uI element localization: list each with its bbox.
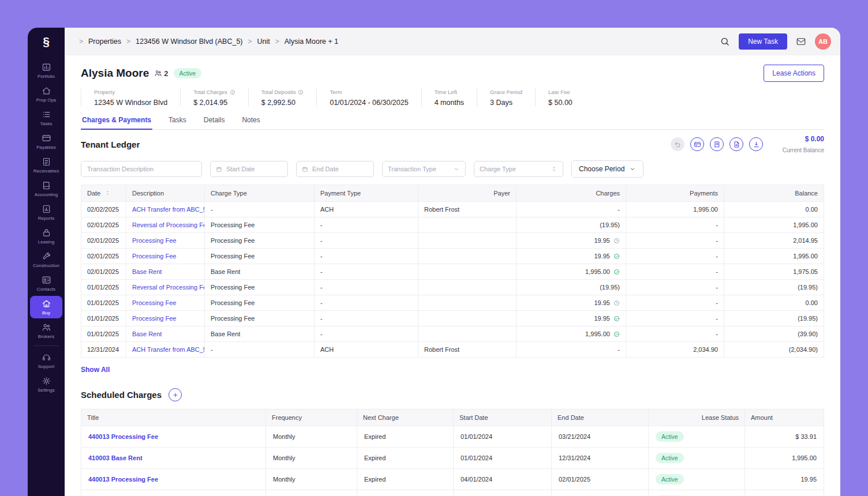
sidebar-item-leasing[interactable]: Leasing <box>30 225 62 247</box>
ledger-column-header: Description <box>126 185 205 202</box>
sidebar-item-label: Reports <box>38 216 55 221</box>
avatar[interactable]: AB <box>815 33 831 50</box>
charge-pending-icon[interactable] <box>613 238 620 244</box>
stat-value: $ 2,014.95 <box>193 99 235 107</box>
scheduled-charge-link[interactable]: 410003 Base Rent <box>88 454 143 461</box>
ledger-payment-type: - <box>315 233 418 249</box>
breadcrumb-item[interactable]: 123456 W Windsor Blvd (ABC_5) <box>136 37 243 46</box>
scheduled-charge-link[interactable]: 440013 Processing Fee <box>88 476 158 483</box>
stat-label: Term <box>330 89 342 95</box>
tab[interactable]: Details <box>203 116 226 130</box>
receipt-button[interactable] <box>710 137 724 151</box>
sidebar-item-tasks[interactable]: Tasks <box>30 107 62 129</box>
sidebar-item-support[interactable]: Support <box>30 350 62 372</box>
info-icon[interactable] <box>230 89 235 95</box>
breadcrumb-separator: > <box>79 37 83 46</box>
sidebar-item-label: Buy <box>42 310 50 315</box>
sort-icon[interactable] <box>104 190 111 196</box>
charge-type-select[interactable]: Charge Type <box>474 161 563 177</box>
lease-stats: Property 12345 W Windsor Blvd Total Char… <box>81 89 824 107</box>
sidebar-item-buy[interactable]: Buy <box>30 296 62 318</box>
occupants-count: 2 <box>164 69 168 78</box>
ledger-charges: - <box>517 202 626 217</box>
scheduled-body: 440013 Processing Fee Monthly Expired 01… <box>81 426 824 496</box>
transaction-link[interactable]: Base Rent <box>132 330 162 337</box>
sidebar-item-brokers[interactable]: Brokers <box>30 320 62 342</box>
transaction-link[interactable]: Processing Fee <box>132 237 176 244</box>
transaction-link[interactable]: Base Rent <box>132 268 162 275</box>
show-all-link[interactable]: Show All <box>81 366 110 374</box>
transaction-link[interactable]: Processing Fee <box>132 299 176 306</box>
accounting-icon <box>42 181 51 190</box>
desktop-background: § Portfolio <box>0 0 868 496</box>
ledger-payments: - <box>626 249 724 264</box>
end-date-field[interactable] <box>296 161 374 177</box>
ledger-balance: (19.95) <box>724 311 824 326</box>
ledger-header-row: Date Description Charge Type <box>81 185 824 202</box>
breadcrumb-item[interactable]: Properties <box>88 37 121 46</box>
start-date-input[interactable] <box>226 166 282 172</box>
transaction-link[interactable]: Reversal of Processing Fee <box>132 221 205 228</box>
scheduled-amount: $ 33.91 <box>745 426 824 448</box>
stat-label: Time Left <box>435 89 457 95</box>
start-date-field[interactable] <box>210 161 288 177</box>
sidebar-item-label: Payables <box>36 145 56 150</box>
charge-success-icon[interactable] <box>613 331 620 337</box>
download-button[interactable] <box>749 137 763 151</box>
sidebar-item-payables[interactable]: Payables <box>30 130 62 153</box>
scheduled-charges-title: Scheduled Charges <box>81 390 162 400</box>
stat-label: Total Charges <box>193 89 227 95</box>
charge-success-icon[interactable] <box>613 315 620 322</box>
transaction-link[interactable]: Processing Fee <box>132 315 176 322</box>
transaction-type-select[interactable]: Transaction Type <box>382 161 466 177</box>
ledger-balance: (19.95) <box>724 280 824 295</box>
ledger-balance: 1,995.00 <box>724 217 824 233</box>
ledger-row: 01/01/2025 Reversal of Processing Fee Pr… <box>81 280 824 295</box>
undo-icon <box>674 141 682 148</box>
scheduled-start-date: 04/01/2024 <box>454 469 552 490</box>
breadcrumb-item[interactable]: Alysia Moore + 1 <box>285 37 338 46</box>
choose-period-button[interactable]: Choose Period <box>571 160 643 178</box>
stat-value: 01/01/2024 - 06/30/2025 <box>330 99 408 107</box>
sidebar-item-prop-ops[interactable]: Prop Ops <box>30 83 62 106</box>
info-icon[interactable] <box>298 89 304 95</box>
breadcrumb-item[interactable]: Unit <box>257 37 270 46</box>
charge-success-icon[interactable] <box>613 253 620 260</box>
sidebar-item-receivables[interactable]: Receivables <box>30 154 62 176</box>
tab[interactable]: Notes <box>241 116 261 130</box>
ledger-charges: 19.95 <box>517 295 626 311</box>
lease-actions-button[interactable]: Lease Actions <box>764 65 824 82</box>
payment-card-button[interactable] <box>690 137 704 151</box>
end-date-input[interactable] <box>312 166 368 172</box>
new-task-button[interactable]: New Task <box>739 33 787 50</box>
ledger-payer <box>418 326 517 342</box>
sidebar-item-label: Accounting <box>35 192 58 197</box>
scheduled-charge-link[interactable]: 440013 Processing Fee <box>88 433 158 440</box>
undo-button[interactable] <box>671 137 684 151</box>
tab[interactable]: Charges & Payments <box>81 116 152 130</box>
app-logo[interactable]: § <box>28 28 65 55</box>
sidebar-item-reports[interactable]: Reports <box>30 201 62 224</box>
mail-button[interactable] <box>796 36 806 47</box>
charge-pending-icon[interactable] <box>613 300 620 306</box>
scheduled-start-date: 01/01/2024 <box>454 426 552 448</box>
tab[interactable]: Tasks <box>167 116 188 130</box>
ledger-payments: - <box>626 295 724 311</box>
search-button[interactable] <box>720 36 730 47</box>
transaction-description-input[interactable] <box>81 161 202 177</box>
charge-success-icon[interactable] <box>613 269 620 275</box>
sidebar-item-accounting[interactable]: Accounting <box>30 178 62 200</box>
statement-button[interactable] <box>729 137 743 151</box>
sidebar-item-portfolio[interactable]: Portfolio <box>30 59 62 82</box>
sidebar-item-label: Portfolio <box>38 74 55 79</box>
sidebar-item-construction[interactable]: Construction <box>30 249 62 271</box>
transaction-link[interactable]: Processing Fee <box>132 253 176 260</box>
transaction-link[interactable]: ACH Transfer from ABC_5 <box>132 206 205 213</box>
transaction-link[interactable]: Reversal of Processing Fee <box>132 284 205 291</box>
transaction-link[interactable]: ACH Transfer from ABC_5 <box>132 346 205 353</box>
sidebar-item-contacts[interactable]: Contacts <box>30 272 62 295</box>
sidebar-item-settings[interactable]: Settings <box>30 373 62 396</box>
ledger-payer <box>418 264 517 280</box>
add-scheduled-charge-button[interactable] <box>169 388 182 401</box>
choose-period-label: Choose Period <box>579 165 624 173</box>
